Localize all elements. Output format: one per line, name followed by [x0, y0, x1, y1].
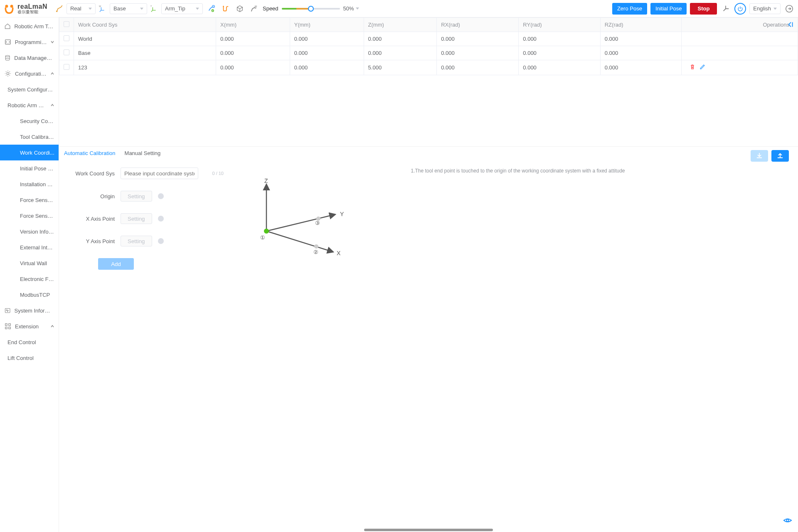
row-checkbox[interactable] [64, 35, 69, 41]
sidebar-item-work-coord[interactable]: Work Coordi... [0, 145, 59, 160]
sidebar-item-programming[interactable]: Programming [0, 34, 59, 50]
table-row[interactable]: Base0.0000.0000.0000.0000.0000.000 [59, 46, 798, 60]
svg-text:③: ③ [315, 220, 320, 226]
yaxis-status-dot [158, 238, 164, 244]
row-checkbox[interactable] [64, 49, 69, 55]
sidebar-item-modbus-tcp[interactable]: ModbusTCP [0, 287, 59, 303]
svg-point-6 [213, 6, 214, 7]
speed-value[interactable]: 50% [343, 5, 359, 12]
sidebar-item-force-sensor-2[interactable]: Force Sensor... [0, 208, 59, 224]
cell-name: 123 [74, 60, 216, 75]
table-row[interactable]: 1230.0000.0005.0000.0000.0000.000 [59, 60, 798, 75]
cell-rx: 0.000 [437, 32, 519, 46]
col-x: X(mm) [216, 18, 290, 32]
export-button[interactable] [771, 150, 789, 162]
mode-selector[interactable]: Real [66, 3, 96, 14]
sidebar-item-lift-control[interactable]: Lift Control [0, 350, 59, 366]
tab-manual-setting[interactable]: Manual Setting [125, 150, 161, 162]
zero-pose-button[interactable]: Zero Pose [612, 3, 647, 15]
sidebar-item-force-sensor-1[interactable]: Force Sensor... [0, 192, 59, 208]
svg-text:Y: Y [340, 211, 344, 217]
cell-x: 0.000 [216, 60, 290, 75]
cube-icon[interactable] [234, 3, 245, 14]
svg-text:X: X [337, 250, 341, 256]
cell-ry: 0.000 [519, 46, 600, 60]
language-selector[interactable]: English [749, 3, 781, 14]
add-button[interactable]: Add [98, 258, 134, 270]
tab-auto-calibration[interactable]: Automatic Calibration [64, 150, 116, 162]
sidebar-item-end-control[interactable]: End Control [0, 334, 59, 350]
collapse-panel-icon[interactable] [787, 21, 795, 30]
checkbox-all[interactable] [64, 21, 69, 27]
sidebar-item-system-info[interactable]: System Informat... [0, 303, 59, 318]
trajectory-icon[interactable] [220, 3, 231, 14]
sidebar-item-arm-config[interactable]: Robotic Arm Config... [0, 97, 59, 113]
database-icon [4, 54, 11, 62]
sidebar-item-extension[interactable]: Extension [0, 318, 59, 334]
cell-ry: 0.000 [519, 60, 600, 75]
chevron-up-icon [50, 71, 54, 77]
coord-name-input[interactable] [121, 167, 198, 179]
speed-slider[interactable] [282, 8, 340, 10]
grid-icon [4, 323, 12, 330]
svg-point-30 [786, 519, 789, 522]
svg-text:Z: Z [264, 177, 268, 184]
svg-point-2 [56, 10, 58, 12]
calibration-form: Work Coord Sys 0 / 10 Origin Setting X A… [65, 167, 227, 270]
cell-z: 0.000 [364, 32, 437, 46]
cell-z: 5.000 [364, 60, 437, 75]
svg-point-1 [10, 5, 13, 7]
tool-selector[interactable]: Arm_Tip [161, 3, 203, 14]
logo-icon [3, 3, 15, 15]
sidebar-item-virtual-wall[interactable]: Virtual Wall [0, 255, 59, 271]
sidebar-item-teaching[interactable]: Robotic Arm Tea... [0, 18, 59, 34]
xaxis-setting-button[interactable]: Setting [121, 213, 152, 224]
top-toolbar: reaLmaN 睿尔曼智能 Real W Base T Arm_Tip [0, 0, 798, 17]
view-toggle-icon[interactable] [783, 516, 792, 526]
sidebar: Robotic Arm Tea... Programming Data Mana… [0, 17, 59, 532]
teach-settings-icon[interactable] [206, 3, 217, 14]
row-checkbox[interactable] [64, 64, 69, 70]
sidebar-item-electronic-fence[interactable]: Electronic Fe... [0, 271, 59, 287]
coord-name-label: Work Coord Sys [65, 170, 115, 177]
svg-text:②: ② [313, 249, 318, 255]
sidebar-item-installation[interactable]: Installation S... [0, 176, 59, 192]
edit-icon[interactable] [699, 65, 706, 71]
yaxis-setting-button[interactable]: Setting [121, 236, 152, 246]
cell-y: 0.000 [290, 60, 364, 75]
exit-icon[interactable] [784, 3, 795, 14]
col-y: Y(mm) [290, 18, 364, 32]
sidebar-item-tool-calibration[interactable]: Tool Calibration [0, 129, 59, 145]
sidebar-item-data-management[interactable]: Data Management [0, 50, 59, 66]
sidebar-item-system-config[interactable]: System Configuration [0, 81, 59, 97]
sidebar-item-external-inter[interactable]: External Inter... [0, 239, 59, 255]
chevron-up-icon [50, 102, 54, 108]
coord-origin-icon[interactable] [720, 3, 731, 14]
svg-point-21 [264, 229, 269, 234]
sidebar-item-initial-pose[interactable]: Initial Pose S... [0, 160, 59, 176]
svg-point-11 [5, 55, 10, 57]
table-row[interactable]: World0.0000.0000.0000.0000.0000.000 [59, 32, 798, 46]
base-selector[interactable]: Base [110, 3, 147, 14]
svg-rect-16 [5, 327, 7, 329]
coord-table: Work Coord Sys X(mm) Y(mm) Z(mm) RX(rad)… [59, 17, 798, 75]
sidebar-item-version-info[interactable]: Version Infor... [0, 224, 59, 239]
horizontal-scrollbar[interactable] [364, 529, 493, 531]
input-counter: 0 / 10 [212, 171, 224, 176]
home-icon [4, 22, 11, 30]
cell-y: 0.000 [290, 32, 364, 46]
delete-icon[interactable] [689, 65, 696, 71]
sidebar-item-security-conf[interactable]: Security Conf... [0, 113, 59, 129]
origin-status-dot [158, 193, 164, 199]
import-button[interactable] [751, 150, 768, 162]
initial-pose-button[interactable]: Initial Pose [650, 3, 687, 15]
svg-point-23 [314, 244, 318, 249]
pulse-icon [4, 307, 11, 314]
origin-setting-button[interactable]: Setting [121, 191, 152, 202]
power-button[interactable] [734, 3, 746, 15]
stop-button[interactable]: Stop [690, 3, 717, 15]
col-rz: RZ(rad) [600, 18, 681, 32]
speed-slider-handle[interactable] [308, 6, 314, 12]
sidebar-item-configuration[interactable]: Configuration [0, 66, 59, 81]
col-ops: Operations [681, 18, 798, 32]
